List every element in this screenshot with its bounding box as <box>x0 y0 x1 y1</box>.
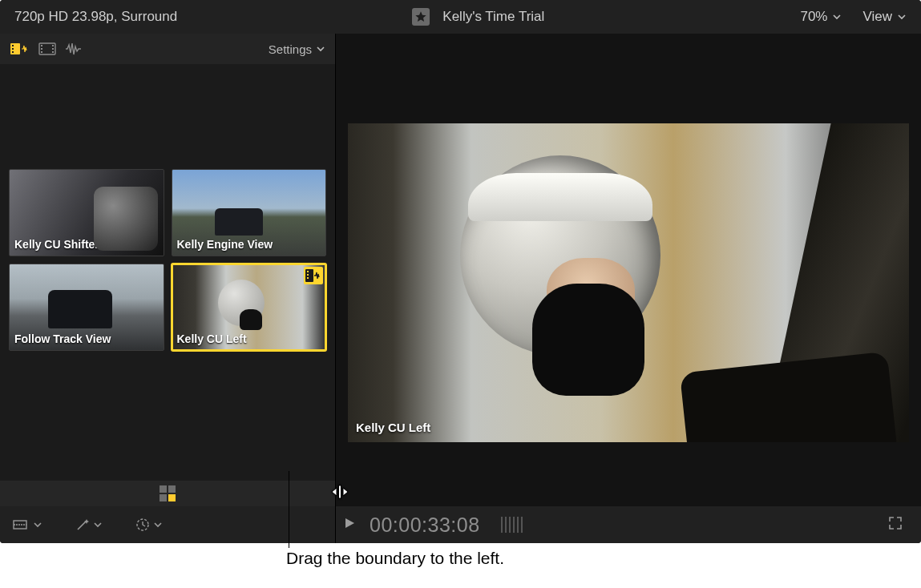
angle-tile[interactable]: Follow Track View <box>9 264 164 351</box>
viewer-overlay-label: Kelly CU Left <box>356 421 430 434</box>
chevron-down-icon <box>316 44 325 54</box>
project-title-group: Kelly's Time Trial <box>412 8 544 26</box>
viewer-area: Kelly CU Left <box>336 34 921 506</box>
zoom-menu[interactable]: 70% <box>800 9 842 25</box>
video-audio-switch-icon[interactable] <box>10 41 30 57</box>
chevron-down-icon <box>93 520 103 530</box>
angle-label: Kelly Engine View <box>177 238 273 251</box>
effects-wand-menu[interactable] <box>75 517 103 533</box>
active-angle-badge-icon <box>304 267 323 284</box>
main-split: Settings Kelly CU Shifter Kelly Engine V… <box>0 34 921 506</box>
svg-rect-3 <box>12 48 14 50</box>
svg-rect-12 <box>305 269 313 282</box>
svg-marker-0 <box>416 11 426 22</box>
angle-label: Kelly CU Shifter <box>14 238 99 251</box>
callout-leader-line <box>289 471 289 548</box>
svg-rect-1 <box>10 43 20 54</box>
callout-text: Drag the boundary to the left. <box>286 549 504 568</box>
chevron-down-icon <box>33 520 42 530</box>
settings-label: Settings <box>269 42 312 56</box>
audio-meter-icon <box>501 517 523 533</box>
svg-rect-9 <box>52 45 54 46</box>
svg-rect-10 <box>52 48 54 50</box>
svg-rect-8 <box>41 51 42 53</box>
chevron-down-icon <box>832 12 842 22</box>
svg-line-19 <box>78 522 86 530</box>
svg-rect-13 <box>307 271 309 272</box>
play-button[interactable] <box>342 516 357 534</box>
svg-rect-15 <box>307 277 309 279</box>
angle-toolbar: Settings <box>0 34 335 64</box>
timecode-display[interactable]: 00:00:33:08 <box>370 513 480 537</box>
angle-label: Follow Track View <box>14 332 111 345</box>
project-title: Kelly's Time Trial <box>442 9 544 25</box>
viewer-panel: Kelly CU Left <box>336 34 921 506</box>
svg-rect-11 <box>52 51 54 53</box>
angle-tile-selected[interactable]: Kelly CU Left <box>172 264 327 351</box>
viewer-canvas[interactable]: Kelly CU Left <box>348 123 909 442</box>
retime-menu[interactable] <box>135 517 163 533</box>
app-window: 720p HD 23.98p, Surround Kelly's Time Tr… <box>0 0 921 543</box>
resize-horizontal-cursor-icon[interactable] <box>328 480 352 504</box>
video-only-switch-icon[interactable] <box>37 41 58 57</box>
angle-footer <box>0 481 335 506</box>
favorite-star-icon[interactable] <box>412 8 430 26</box>
angle-viewer-panel: Settings Kelly CU Shifter Kelly Engine V… <box>0 34 336 506</box>
svg-rect-14 <box>307 274 309 276</box>
bottom-toolbar: 00:00:33:08 <box>0 506 921 543</box>
chevron-down-icon <box>153 520 163 530</box>
viewer-topbar: 720p HD 23.98p, Surround Kelly's Time Tr… <box>0 0 921 34</box>
audio-only-switch-icon[interactable] <box>64 41 85 57</box>
transport-controls: 00:00:33:08 <box>336 513 921 537</box>
chevron-down-icon <box>897 12 907 22</box>
fullscreen-button[interactable] <box>887 515 903 534</box>
angle-label: Kelly CU Left <box>177 332 247 345</box>
angle-tile[interactable]: Kelly Engine View <box>172 169 327 256</box>
format-label: 720p HD 23.98p, Surround <box>14 9 177 25</box>
grid-layout-icon[interactable] <box>160 485 176 501</box>
view-menu[interactable]: View <box>862 9 907 25</box>
angle-grid: Kelly CU Shifter Kelly Engine View Follo… <box>0 160 335 360</box>
svg-rect-7 <box>41 48 42 50</box>
angle-tile[interactable]: Kelly CU Shifter <box>9 169 164 256</box>
svg-rect-2 <box>12 45 14 46</box>
svg-rect-4 <box>12 51 14 53</box>
svg-marker-21 <box>345 518 354 528</box>
svg-rect-16 <box>339 485 341 498</box>
svg-rect-6 <box>41 45 42 46</box>
clip-appearance-menu[interactable] <box>13 518 42 531</box>
angle-settings-menu[interactable]: Settings <box>269 42 325 56</box>
timeline-tools <box>0 506 336 543</box>
zoom-value: 70% <box>800 9 827 25</box>
view-menu-label: View <box>862 9 892 25</box>
